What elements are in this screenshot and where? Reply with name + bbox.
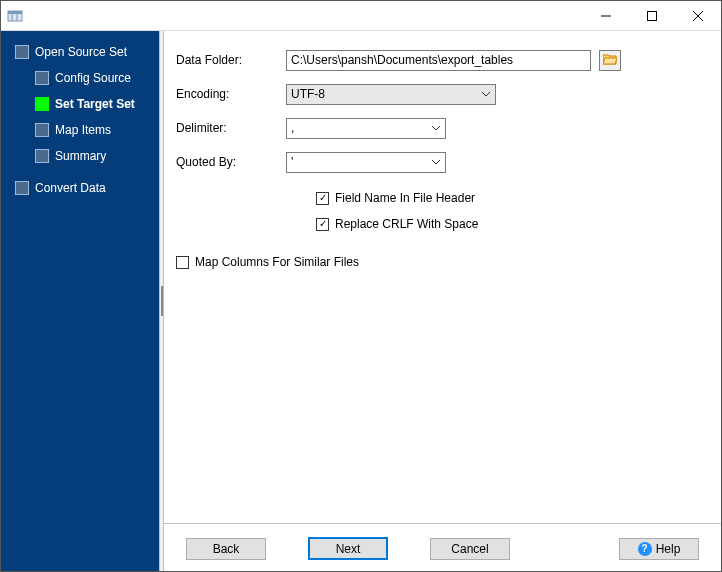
delimiter-select[interactable]: , <box>286 118 446 139</box>
chevron-down-icon <box>427 153 445 172</box>
replace-crlf-checkbox[interactable]: ✓ <box>316 218 329 231</box>
sidebar-item-map-items[interactable]: Map Items <box>1 117 159 143</box>
sidebar-item-label: Convert Data <box>35 181 106 195</box>
sidebar-item-label: Open Source Set <box>35 45 127 59</box>
app-window: Open Source Set Config Source Set Target… <box>0 0 722 572</box>
step-box-icon <box>15 45 29 59</box>
row-delimiter: Delimiter: , <box>176 111 705 145</box>
splitter-handle[interactable] <box>159 31 164 571</box>
step-box-icon <box>35 123 49 137</box>
row-map-columns: Map Columns For Similar Files <box>176 249 705 275</box>
label-delimiter: Delimiter: <box>176 121 286 135</box>
step-box-icon <box>35 97 49 111</box>
step-box-icon <box>15 181 29 195</box>
chevron-down-icon <box>427 119 445 138</box>
row-quoted-by: Quoted By: ' <box>176 145 705 179</box>
row-encoding: Encoding: UTF-8 <box>176 77 705 111</box>
folder-icon <box>603 53 617 68</box>
label-encoding: Encoding: <box>176 87 286 101</box>
chevron-down-icon <box>477 85 495 104</box>
svg-rect-1 <box>8 11 22 14</box>
row-field-header: ✓ Field Name In File Header <box>176 185 705 211</box>
replace-crlf-label: Replace CRLF With Space <box>335 217 478 231</box>
sidebar-item-set-target-set[interactable]: Set Target Set <box>1 91 159 117</box>
quoted-by-select[interactable]: ' <box>286 152 446 173</box>
help-label: Help <box>656 542 681 556</box>
encoding-select[interactable]: UTF-8 <box>286 84 496 105</box>
map-columns-label: Map Columns For Similar Files <box>195 255 359 269</box>
svg-rect-5 <box>648 11 657 20</box>
help-icon: ? <box>638 542 652 556</box>
delimiter-value: , <box>287 119 427 138</box>
back-button[interactable]: Back <box>186 538 266 560</box>
next-button[interactable]: Next <box>308 537 388 560</box>
body: Open Source Set Config Source Set Target… <box>1 31 721 571</box>
sidebar: Open Source Set Config Source Set Target… <box>1 31 159 571</box>
sidebar-item-open-source-set[interactable]: Open Source Set <box>1 39 159 65</box>
form-area: Data Folder: En <box>176 43 705 523</box>
sidebar-item-convert-data[interactable]: Convert Data <box>1 175 159 201</box>
data-folder-input[interactable] <box>286 50 591 71</box>
maximize-button[interactable] <box>629 1 675 31</box>
label-data-folder: Data Folder: <box>176 53 286 67</box>
help-button[interactable]: ? Help <box>619 538 699 560</box>
row-data-folder: Data Folder: <box>176 43 705 77</box>
field-header-checkbox[interactable]: ✓ <box>316 192 329 205</box>
encoding-value: UTF-8 <box>287 85 477 104</box>
step-box-icon <box>35 149 49 163</box>
row-replace-crlf: ✓ Replace CRLF With Space <box>176 211 705 237</box>
app-icon <box>7 8 23 24</box>
sidebar-item-label: Set Target Set <box>55 97 135 111</box>
field-header-label: Field Name In File Header <box>335 191 475 205</box>
main-panel: Data Folder: En <box>164 31 721 571</box>
step-box-icon <box>35 71 49 85</box>
sidebar-item-label: Summary <box>55 149 106 163</box>
browse-folder-button[interactable] <box>599 50 621 71</box>
sidebar-item-summary[interactable]: Summary <box>1 143 159 169</box>
sidebar-item-config-source[interactable]: Config Source <box>1 65 159 91</box>
titlebar <box>1 1 721 31</box>
map-columns-checkbox[interactable] <box>176 256 189 269</box>
cancel-button[interactable]: Cancel <box>430 538 510 560</box>
close-button[interactable] <box>675 1 721 31</box>
quoted-by-value: ' <box>287 153 427 172</box>
sidebar-item-label: Config Source <box>55 71 131 85</box>
button-bar: Back Next Cancel ? Help <box>164 523 721 563</box>
sidebar-item-label: Map Items <box>55 123 111 137</box>
label-quoted-by: Quoted By: <box>176 155 286 169</box>
minimize-button[interactable] <box>583 1 629 31</box>
